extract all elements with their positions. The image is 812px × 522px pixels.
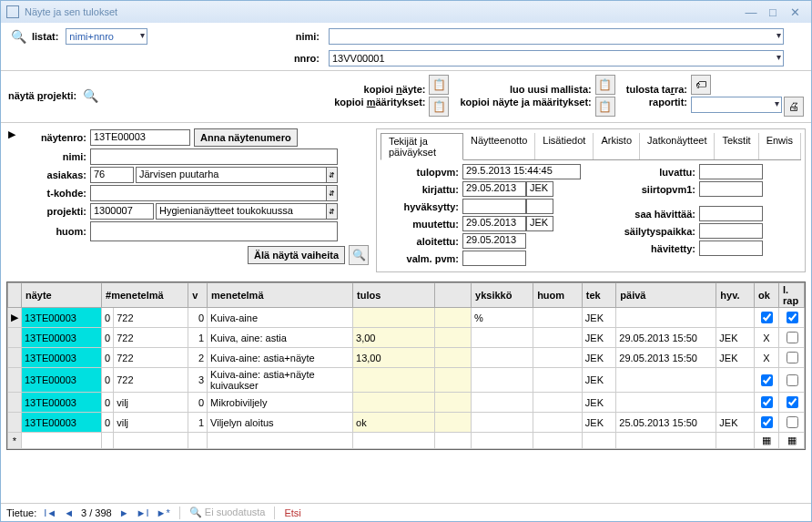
muutettu-user[interactable]: JEK — [526, 216, 553, 231]
hyvaksytty-date[interactable] — [462, 199, 526, 214]
tab-arkisto[interactable]: Arkisto — [594, 133, 640, 159]
ok-checkbox[interactable] — [761, 416, 773, 428]
naytenro-field[interactable]: 13TE00003 — [90, 129, 190, 146]
col-paiva[interactable]: päivä — [616, 283, 716, 308]
tab-tekstit[interactable]: Tekstit — [715, 133, 758, 159]
tab-lisatiedot[interactable]: Lisätiedot — [535, 133, 594, 159]
maximize-button[interactable]: □ — [762, 5, 784, 19]
lrap-checkbox[interactable] — [787, 312, 798, 323]
projekti-id-field[interactable]: 1300007 — [90, 203, 154, 220]
kopioi-maar-icon[interactable]: 📋 — [429, 97, 449, 117]
tab-tekijat[interactable]: Tekijät ja päiväykset — [381, 133, 463, 160]
huom-label: huom: — [25, 226, 90, 237]
col-mnum[interactable]: #menetelmä — [102, 283, 188, 308]
nimi-combo[interactable] — [329, 28, 784, 45]
record-selector[interactable]: ▶ — [6, 128, 17, 272]
table-row[interactable]: 13TE0000307222Kuiva-aine: astia+näyte13,… — [8, 348, 805, 368]
kirjattu-date[interactable]: 29.05.2013 — [462, 181, 526, 197]
projekti-picker-icon[interactable]: ⇵ — [327, 203, 338, 220]
lrap-checkbox[interactable] — [787, 416, 798, 428]
nav-first-icon[interactable]: I◄ — [44, 507, 56, 518]
valm-date[interactable] — [462, 251, 526, 266]
lrap-checkbox[interactable] — [787, 374, 798, 386]
table-row[interactable]: 13TE0000307223Kuiva-aine: astia+näyte ku… — [8, 368, 805, 393]
nav-prev-icon[interactable]: ◄ — [64, 507, 74, 518]
minimize-button[interactable]: — — [740, 5, 762, 19]
ok-checkbox[interactable] — [761, 396, 773, 408]
app-window: Näyte ja sen tulokset — □ ✕ 🔍 listat: ni… — [0, 0, 812, 522]
asiakas-picker-icon[interactable]: ⇵ — [327, 167, 338, 183]
nav-last-icon[interactable]: ►I — [137, 507, 149, 518]
lrap-checkbox[interactable] — [787, 352, 798, 363]
huom-field[interactable] — [90, 221, 338, 241]
tab-naytteenotto[interactable]: Näytteenotto — [463, 133, 535, 159]
col-tek[interactable]: tek — [582, 283, 615, 308]
havitetty-field[interactable] — [699, 241, 763, 256]
aloitettu-date[interactable]: 29.05.2013 — [462, 233, 526, 249]
tab-enwis[interactable]: Enwis — [759, 133, 801, 159]
table-row[interactable]: ▶13TE0000307220Kuiva-aine%JEK — [8, 308, 805, 328]
binoculars-icon[interactable]: 🔍 — [8, 26, 28, 46]
results-grid[interactable]: näyte #menetelmä v menetelmä tulos yksik… — [6, 281, 806, 450]
table-row-new[interactable]: *▦▦ — [8, 433, 805, 449]
saahav-field[interactable] — [699, 206, 763, 221]
luvattu-label: luvattu: — [599, 167, 699, 178]
raportit-combo[interactable] — [691, 97, 782, 113]
luo-uusi-label: luo uusi mallista: — [510, 84, 592, 95]
nimi2-field[interactable] — [90, 148, 338, 165]
nav-next-icon[interactable]: ► — [119, 507, 129, 518]
kopioi-nm-icon[interactable]: 📋 — [595, 97, 615, 117]
raportit-print-icon[interactable]: 🖨 — [784, 97, 804, 117]
raportit-label: raportit: — [649, 97, 687, 107]
col-menetelma[interactable]: menetelmä — [208, 283, 353, 308]
tkohde-field[interactable] — [90, 185, 327, 201]
table-row[interactable]: 13TE0000307221Kuiva, aine: astia3,00JEK2… — [8, 328, 805, 348]
tab-jatkonaytteet[interactable]: Jatkonäytteet — [640, 133, 715, 159]
muutettu-date[interactable]: 29.05.2013 — [462, 216, 526, 231]
nav-new-icon[interactable]: ►* — [157, 507, 170, 518]
projekti-label: projekti: — [25, 206, 90, 217]
lrap-checkbox[interactable] — [787, 396, 798, 408]
projekti-binoculars-icon[interactable]: 🔍 — [80, 86, 100, 106]
ala-nayta-button[interactable]: Älä näytä vaiheita — [248, 246, 345, 264]
col-hyv[interactable]: hyv. — [716, 283, 755, 308]
kopioi-nayte-label: kopioi näyte: — [364, 84, 426, 95]
main-area: ▶ näytenro: 13TE00003 Anna näytenumero n… — [1, 123, 811, 278]
nnro-combo[interactable]: 13VV00001 — [329, 50, 784, 67]
luo-uusi-icon[interactable]: 📋 — [595, 75, 615, 95]
col-v[interactable]: v — [188, 283, 208, 308]
close-button[interactable]: ✕ — [784, 5, 806, 19]
muutettu-label: muutettu: — [381, 219, 462, 230]
filter-label[interactable]: 🔍 Ei suodatusta — [189, 507, 266, 518]
tkohde-picker-icon[interactable]: ⇵ — [327, 185, 338, 201]
col-lrap[interactable]: l. rap — [779, 283, 805, 308]
col-huom[interactable]: huom — [533, 283, 583, 308]
asiakas-id-field[interactable]: 76 — [90, 167, 134, 183]
ala-icon[interactable]: 🔍 — [349, 245, 369, 265]
details-pane: Tekijät ja päiväykset Näytteenotto Lisät… — [376, 128, 806, 272]
hyvaksytty-user[interactable] — [526, 199, 553, 214]
anna-naytenumero-button[interactable]: Anna näytenumero — [194, 128, 298, 147]
tulosta-icon[interactable]: 🏷 — [691, 75, 711, 95]
etsi-link[interactable]: Etsi — [284, 507, 300, 518]
col-ok[interactable]: ok — [755, 283, 779, 308]
aloitettu-label: aloitettu: — [381, 236, 462, 247]
kopioi-nayte-icon[interactable]: 📋 — [429, 75, 449, 95]
sailytys-field[interactable] — [699, 223, 763, 239]
ok-checkbox[interactable] — [761, 312, 773, 323]
ok-checkbox[interactable] — [761, 374, 773, 386]
tulopvm-field[interactable]: 29.5.2013 15:44:45 — [462, 164, 581, 179]
table-row[interactable]: 13TE000030vilj0MikrobiviljelyJEK — [8, 393, 805, 413]
asiakas-nimi-field[interactable]: Järvisen puutarha — [136, 167, 327, 183]
col-nayte[interactable]: näyte — [22, 283, 102, 308]
luvattu-field[interactable] — [699, 164, 763, 179]
siirto-field[interactable] — [699, 181, 763, 197]
col-yksikko[interactable]: yksikkö — [472, 283, 533, 308]
kopioi-maar-label: kopioi määritykset: — [334, 97, 425, 107]
col-tulos[interactable]: tulos — [353, 283, 435, 308]
listat-combo[interactable]: nimi+nnro — [66, 28, 147, 45]
table-row[interactable]: 13TE000030vilj1Viljelyn aloitusokJEK25.0… — [8, 413, 805, 433]
kirjattu-user[interactable]: JEK — [526, 181, 553, 197]
projekti-nimi-field[interactable]: Hygienianäytteet toukokuussa — [156, 203, 327, 220]
lrap-checkbox[interactable] — [787, 332, 798, 343]
